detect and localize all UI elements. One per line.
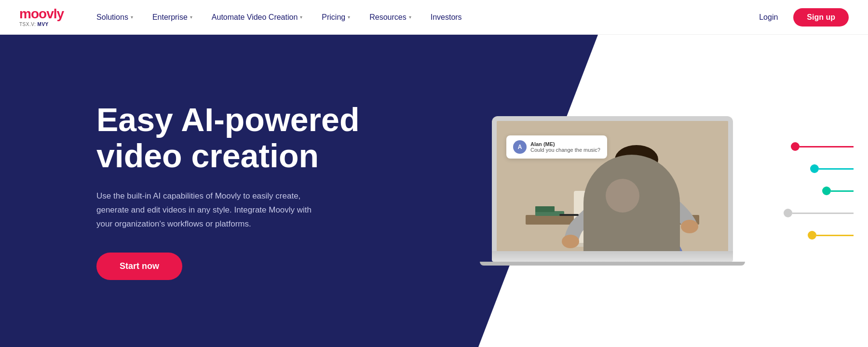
chevron-down-icon: ▾ [348,14,350,20]
slider-line-2 [819,168,854,170]
chat-text-area: Alan (ME) Could you change the music? [530,141,600,153]
svg-point-12 [635,180,638,185]
chevron-down-icon: ▾ [190,14,192,20]
svg-point-5 [615,155,658,198]
svg-point-8 [637,147,657,181]
signup-button[interactable]: Sign up [793,8,849,27]
svg-point-14 [681,220,698,233]
hero-description: Use the built-in AI capabilities of Moov… [96,189,328,231]
laptop-bottom [480,262,745,266]
nav-item-investors[interactable]: Investors [421,9,472,26]
nav-right: Login Sign up [751,8,849,27]
laptop-base [492,251,733,262]
nav-item-enterprise[interactable]: Enterprise ▾ [143,9,202,26]
logo-ticker: TSX.V: MVY [19,22,64,27]
svg-rect-3 [571,243,663,247]
logo[interactable]: moovly TSX.V: MVY [19,7,64,27]
chat-message: Could you change the music? [530,147,600,153]
svg-rect-1 [526,215,699,225]
laptop-screen: A Alan (ME) Could you change the music? [492,116,733,251]
slider-row-4 [776,209,854,217]
nav-item-automate[interactable]: Automate Video Creation ▾ [202,9,312,26]
svg-rect-16 [535,206,555,212]
hero-title: Easy AI-powered video creation [96,102,366,174]
slider-row-1 [776,142,854,151]
nav-item-solutions[interactable]: Solutions ▾ [87,9,143,26]
slider-dot-3 [822,187,831,195]
sliders-decoration [776,142,854,240]
slider-row-5 [776,231,854,240]
svg-point-7 [616,147,636,181]
chat-bubble: A Alan (ME) Could you change the music? [506,135,607,159]
nav-item-pricing[interactable]: Pricing ▾ [312,9,360,26]
svg-rect-17 [559,214,579,216]
slider-line-3 [831,190,854,192]
navbar: moovly TSX.V: MVY Solutions ▾ Enterprise… [0,0,868,35]
svg-point-13 [562,235,579,248]
chat-name: Alan (ME) [530,141,600,147]
chevron-down-icon: ▾ [131,14,133,20]
slider-line-1 [800,146,854,147]
hero-image: A Alan (ME) Could you change the music? [492,116,733,266]
svg-rect-2 [574,191,661,244]
svg-point-11 [640,173,645,178]
slider-row-3 [776,187,854,195]
laptop-screen-inner: A Alan (ME) Could you change the music? [497,121,728,251]
hero-content: Easy AI-powered video creation Use the b… [0,35,366,347]
slider-row-2 [776,164,854,173]
slider-dot-1 [791,142,800,151]
slider-line-5 [816,235,854,236]
logo-text: moovly [19,7,64,21]
chevron-down-icon: ▾ [409,14,411,20]
chevron-down-icon: ▾ [300,14,302,20]
slider-dot-4 [784,209,792,217]
slider-line-4 [792,213,854,214]
hero-section: Easy AI-powered video creation Use the b… [0,35,868,347]
slider-dot-5 [808,231,816,240]
nav-item-resources[interactable]: Resources ▾ [360,9,420,26]
start-now-button[interactable]: Start now [96,253,182,280]
svg-point-4 [588,225,685,251]
laptop-illustration: A Alan (ME) Could you change the music? [492,116,733,266]
svg-point-6 [615,145,658,174]
chat-avatar: A [513,140,527,154]
svg-point-10 [628,173,633,178]
nav-links: Solutions ▾ Enterprise ▾ Automate Video … [87,9,751,26]
svg-point-9 [622,183,651,197]
login-button[interactable]: Login [751,9,786,26]
slider-dot-2 [810,164,819,173]
